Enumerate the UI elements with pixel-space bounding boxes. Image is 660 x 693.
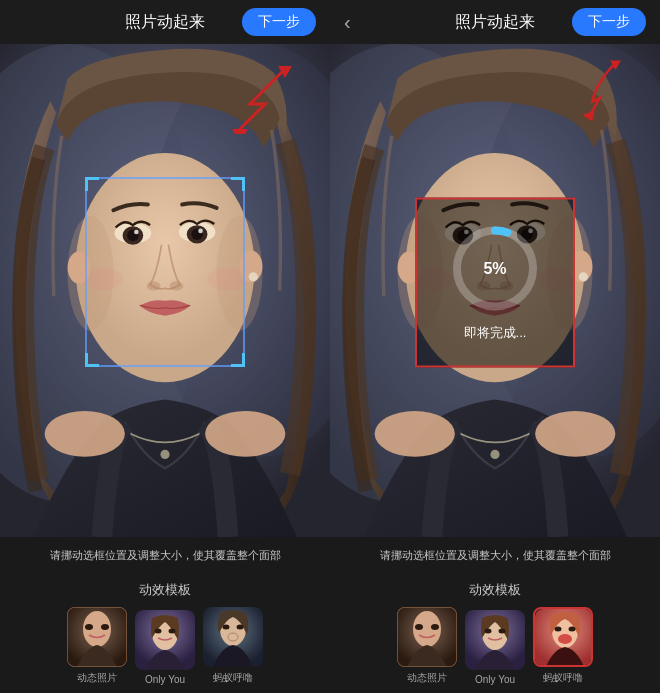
corner-tl — [85, 177, 99, 191]
left-thumb-2 — [135, 610, 195, 670]
right-thumb-svg-2 — [465, 610, 525, 670]
right-header: ‹ 照片动起来 下一步 — [330, 0, 660, 44]
svg-point-23 — [160, 450, 169, 459]
svg-marker-63 — [582, 111, 594, 121]
right-thumb-3 — [533, 607, 593, 667]
svg-point-66 — [415, 624, 423, 630]
left-header: 照片动起来 下一步 — [0, 0, 330, 44]
progress-overlay: 5% 即将完成... — [415, 197, 575, 367]
right-template-2[interactable]: Only You — [465, 610, 525, 685]
svg-point-4 — [205, 411, 285, 457]
left-panel: 照片动起来 下一步 — [0, 0, 330, 693]
left-templates-title: 动效模板 — [10, 581, 320, 599]
svg-marker-24 — [232, 129, 248, 134]
left-thumb-1 — [67, 607, 127, 667]
left-thumb-svg-1 — [67, 607, 127, 667]
svg-point-36 — [223, 625, 230, 630]
back-icon[interactable]: ‹ — [344, 11, 351, 34]
right-templates: 动效模板 — [330, 573, 660, 693]
left-template-3[interactable]: 蚂蚁呼噜 — [203, 607, 263, 685]
left-next-button[interactable]: 下一步 — [242, 8, 316, 36]
left-template-2-label: Only You — [145, 674, 185, 685]
left-templates-row: 动态照片 — [10, 607, 320, 685]
svg-point-22 — [249, 272, 258, 281]
left-template-1[interactable]: 动态照片 — [67, 607, 127, 685]
right-templates-title: 动效模板 — [340, 581, 650, 599]
svg-point-43 — [535, 411, 615, 457]
left-image-area — [0, 44, 330, 537]
svg-point-77 — [558, 634, 572, 644]
svg-point-28 — [101, 624, 109, 630]
right-template-3-label: 蚂蚁呼噜 — [543, 671, 583, 685]
svg-point-67 — [431, 624, 439, 630]
right-template-2-label: Only You — [475, 674, 515, 685]
left-caption: 请挪动选框位置及调整大小，使其覆盖整个面部 — [0, 537, 330, 573]
progress-label: 即将完成... — [464, 323, 527, 341]
left-thumb-svg-3 — [203, 607, 263, 667]
right-arrow — [560, 59, 640, 133]
svg-point-71 — [485, 629, 492, 634]
svg-point-3 — [45, 411, 125, 457]
left-templates: 动效模板 — [0, 573, 330, 693]
left-template-1-label: 动态照片 — [77, 671, 117, 685]
corner-bl — [85, 353, 99, 367]
svg-point-33 — [169, 629, 176, 634]
right-image-area: 5% 即将完成... — [330, 44, 660, 537]
right-title: 照片动起来 — [455, 12, 535, 33]
left-thumb-3 — [203, 607, 263, 667]
svg-point-32 — [155, 629, 162, 634]
left-template-2[interactable]: Only You — [135, 610, 195, 685]
svg-point-72 — [499, 629, 506, 634]
right-next-button[interactable]: 下一步 — [572, 8, 646, 36]
right-template-1-label: 动态照片 — [407, 671, 447, 685]
left-thumb-svg-2 — [135, 610, 195, 670]
progress-percent: 5% — [483, 259, 506, 277]
corner-tr — [231, 177, 245, 191]
left-template-3-label: 蚂蚁呼噜 — [213, 671, 253, 685]
progress-ring: 5% — [450, 223, 540, 313]
right-template-3[interactable]: 蚂蚁呼噜 — [533, 607, 593, 685]
right-thumb-1 — [397, 607, 457, 667]
left-arrow — [220, 64, 300, 138]
svg-point-42 — [375, 411, 455, 457]
svg-point-27 — [85, 624, 93, 630]
svg-point-37 — [237, 625, 244, 630]
svg-point-61 — [579, 272, 588, 281]
right-thumb-svg-3 — [535, 609, 593, 667]
svg-point-62 — [490, 450, 499, 459]
right-caption: 请挪动选框位置及调整大小，使其覆盖整个面部 — [330, 537, 660, 573]
right-thumb-svg-1 — [397, 607, 457, 667]
right-template-1[interactable]: 动态照片 — [397, 607, 457, 685]
right-thumb-2 — [465, 610, 525, 670]
corner-br — [231, 353, 245, 367]
left-title: 照片动起来 — [125, 12, 205, 33]
right-panel: ‹ 照片动起来 下一步 — [330, 0, 660, 693]
svg-point-75 — [555, 627, 562, 632]
left-selection-frame[interactable] — [85, 177, 245, 367]
svg-point-76 — [569, 627, 576, 632]
right-templates-row: 动态照片 — [340, 607, 650, 685]
